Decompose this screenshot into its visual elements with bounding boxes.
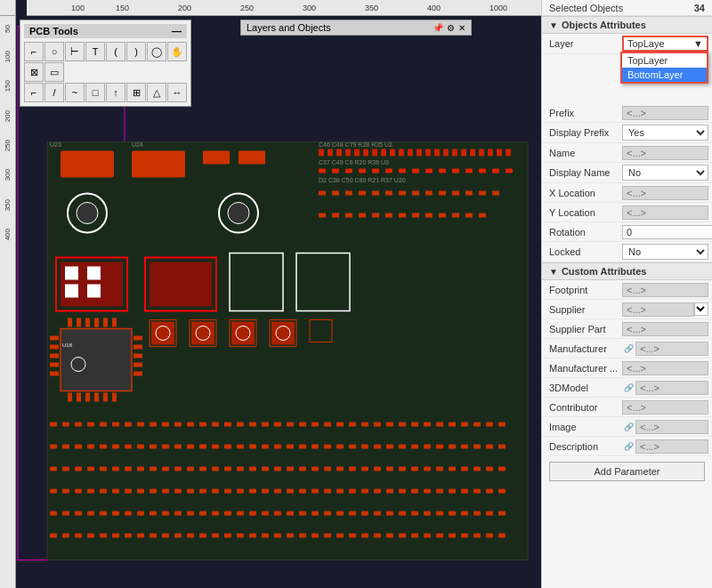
svg-rect-142 (461, 423, 468, 427)
svg-rect-29 (488, 149, 493, 157)
tool-image[interactable]: ▭ (44, 62, 64, 82)
tool-arc1[interactable]: ( (106, 42, 125, 61)
ruler-horizontal: 100 150 200 250 300 350 400 1000 (27, 0, 541, 16)
svg-rect-220 (50, 489, 57, 494)
svg-rect-265 (150, 511, 157, 516)
display-name-label: Display Name (549, 167, 622, 178)
svg-rect-147 (62, 445, 69, 449)
svg-rect-303 (162, 534, 169, 538)
y-location-value[interactable]: <...> (622, 205, 708, 220)
svg-rect-117 (150, 423, 157, 427)
name-value[interactable]: <...> (622, 146, 708, 160)
svg-rect-311 (262, 534, 269, 538)
svg-rect-68 (465, 191, 473, 196)
pin-icon[interactable]: 📌 (433, 23, 443, 33)
svg-rect-185 (75, 467, 82, 471)
svg-rect-210 (386, 467, 393, 471)
tool-poly[interactable]: △ (147, 83, 166, 102)
svg-rect-289 (449, 511, 456, 516)
svg-rect-169 (336, 445, 344, 449)
svg-rect-305 (187, 534, 194, 538)
image-value[interactable]: <...> (635, 420, 708, 434)
display-name-select[interactable]: No Yes (622, 165, 708, 181)
svg-rect-36 (65, 285, 78, 298)
svg-rect-184 (62, 467, 69, 471)
tool-wire[interactable]: ⊢ (65, 42, 85, 61)
tool-text[interactable]: T (85, 42, 105, 61)
tool-angle[interactable]: / (44, 83, 64, 102)
svg-rect-127 (274, 423, 281, 427)
svg-rect-120 (187, 423, 194, 427)
manufacturer2-value[interactable]: <...> (622, 361, 708, 375)
supplier-part-value[interactable]: <...> (622, 322, 708, 336)
tool-corner[interactable]: ⌐ (24, 83, 44, 102)
svg-rect-77 (399, 213, 406, 218)
locked-select[interactable]: No Yes (622, 244, 708, 260)
svg-rect-205 (324, 467, 331, 471)
svg-rect-167 (312, 445, 319, 449)
svg-rect-126 (262, 423, 269, 427)
gear-icon[interactable]: ⚙ (447, 23, 455, 33)
tool-arc2[interactable]: ) (126, 42, 146, 61)
tool-select-box[interactable]: ⊠ (24, 62, 44, 82)
manufacturer-value[interactable]: <...> (635, 342, 708, 356)
footprint-value[interactable]: <...> (622, 283, 708, 297)
svg-rect-249 (411, 489, 418, 494)
layer-option-toplayer[interactable]: TopLayer (622, 53, 707, 68)
contributor-value[interactable]: <...> (622, 400, 708, 415)
tool-circle[interactable]: ○ (44, 42, 64, 61)
svg-rect-225 (112, 489, 119, 494)
svg-rect-241 (312, 489, 319, 494)
svg-rect-269 (199, 511, 206, 516)
supplier-dropdown[interactable] (694, 302, 708, 316)
svg-rect-188 (112, 467, 119, 471)
tool-pan[interactable]: ✋ (167, 42, 187, 61)
svg-rect-75 (372, 213, 379, 218)
svg-rect-57 (319, 191, 326, 196)
svg-point-9 (228, 203, 249, 224)
svg-rect-221 (62, 489, 69, 494)
svg-rect-121 (199, 423, 206, 427)
layer-dropdown-arrow: ▼ (693, 38, 703, 49)
svg-rect-20 (408, 149, 413, 157)
svg-rect-72 (332, 213, 339, 218)
tool-spline[interactable]: ~ (65, 83, 85, 102)
pcb-tools-close[interactable]: — (172, 26, 182, 36)
tool-cursor[interactable]: ⌐ (24, 42, 44, 61)
tool-move[interactable]: ↑ (106, 83, 125, 102)
custom-collapse-icon: ▼ (549, 267, 558, 277)
rotation-label: Rotation (549, 227, 622, 238)
close-icon[interactable]: ✕ (458, 23, 465, 33)
description-value[interactable]: <...> (635, 439, 708, 454)
layer-dropdown-btn[interactable]: TopLaye ▼ (622, 36, 708, 52)
x-location-value[interactable]: <...> (622, 186, 708, 200)
add-parameter-button[interactable]: Add Parameter (549, 462, 705, 481)
tool-measure[interactable]: ↔ (167, 83, 187, 102)
tool-ellipse[interactable]: ◯ (147, 42, 166, 61)
layer-option-bottomlayer[interactable]: BottomLayer (622, 68, 707, 82)
svg-rect-262 (112, 511, 119, 516)
svg-rect-128 (287, 423, 294, 427)
prefix-value[interactable]: <...> (622, 106, 708, 120)
svg-rect-47 (385, 169, 392, 173)
manufacturer-row: Manufacturer 🔗 <...> (542, 339, 712, 358)
svg-rect-71 (319, 213, 326, 218)
svg-rect-109 (50, 423, 57, 427)
svg-rect-16 (372, 149, 377, 157)
rotation-input[interactable] (622, 225, 712, 239)
pcb-tools-titlebar: PCB Tools — (24, 24, 187, 38)
svg-rect-250 (424, 489, 431, 494)
tool-rect[interactable]: □ (85, 83, 105, 102)
svg-rect-248 (399, 489, 406, 494)
svg-rect-277 (299, 511, 306, 516)
model3d-value[interactable]: <...> (635, 381, 708, 395)
svg-rect-328 (473, 534, 481, 538)
prefix-label: Prefix (549, 108, 622, 118)
display-prefix-select[interactable]: Yes No (622, 125, 708, 141)
tool-grid[interactable]: ⊞ (126, 83, 146, 102)
x-location-row: X Location <...> (542, 183, 712, 203)
supplier-value[interactable]: <...> (622, 302, 694, 317)
svg-rect-59 (345, 191, 352, 196)
svg-rect-4 (203, 151, 230, 165)
svg-rect-113 (100, 423, 107, 427)
